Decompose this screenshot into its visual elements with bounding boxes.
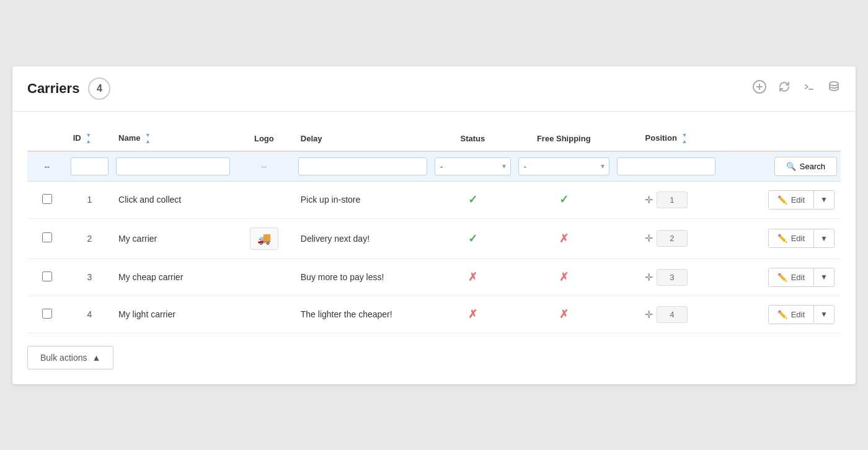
row-position: ✛ xyxy=(613,181,719,218)
row-checkbox-2[interactable] xyxy=(42,271,52,281)
row-delay: Delivery next day! xyxy=(294,218,431,258)
logo-image: 🚚 xyxy=(250,227,278,250)
search-icon: 🔍 xyxy=(786,162,796,171)
edit-label: Edit xyxy=(791,195,805,205)
row-status: ✓ xyxy=(431,181,515,218)
row-name: My light carrier xyxy=(112,296,234,333)
row-logo: 🚚 xyxy=(234,218,294,258)
edit-button-group: ✏️ Edit ▼ xyxy=(768,305,835,324)
truck-icon: 🚚 xyxy=(257,232,271,245)
drag-handle-icon[interactable]: ✛ xyxy=(645,271,653,283)
th-id[interactable]: ID ▼ ▲ xyxy=(67,126,112,151)
table-row: 1Click and collectPick up in-store✓✓ ✛ ✏… xyxy=(27,181,841,218)
th-actions xyxy=(719,126,841,151)
filter-freeship-cell: - Yes No xyxy=(515,151,613,182)
drag-handle-icon[interactable]: ✛ xyxy=(645,232,653,244)
row-logo xyxy=(234,181,294,218)
refresh-icon[interactable] xyxy=(777,80,791,97)
position-input[interactable] xyxy=(657,230,688,247)
row-free-shipping: ✗ xyxy=(515,258,613,296)
edit-dropdown-button[interactable]: ▼ xyxy=(813,268,834,286)
edit-button-group: ✏️ Edit ▼ xyxy=(768,268,835,287)
filter-position-input[interactable] xyxy=(617,157,715,175)
row-position: ✛ xyxy=(613,258,719,296)
row-name: My carrier xyxy=(112,218,234,258)
row-position: ✛ xyxy=(613,218,719,258)
filter-name-input[interactable] xyxy=(116,157,230,175)
th-status: Status xyxy=(431,126,515,151)
position-input[interactable] xyxy=(657,192,688,208)
id-sort-icons: ▼ ▲ xyxy=(86,133,91,144)
edit-dropdown-button[interactable]: ▼ xyxy=(813,191,834,208)
edit-label: Edit xyxy=(791,310,805,319)
add-icon[interactable] xyxy=(753,80,766,97)
edit-button[interactable]: ✏️ Edit xyxy=(769,268,813,286)
table-row: 2My carrier🚚Delivery next day!✓✗ ✛ ✏️ Ed… xyxy=(27,218,841,258)
row-free-shipping: ✗ xyxy=(515,218,613,258)
filter-id-cell xyxy=(67,151,112,182)
row-name: Click and collect xyxy=(112,181,234,218)
th-name[interactable]: Name ▼ ▲ xyxy=(112,126,234,151)
filter-logo-cell: -- xyxy=(234,151,294,182)
edit-button[interactable]: ✏️ Edit xyxy=(769,229,813,247)
row-status: ✗ xyxy=(431,296,515,333)
row-checkbox-0[interactable] xyxy=(42,194,52,204)
filter-id-input[interactable] xyxy=(71,157,108,175)
edit-dropdown-button[interactable]: ▼ xyxy=(813,230,834,247)
filter-status-cell: - Enabled Disabled xyxy=(431,151,515,182)
row-id: 1 xyxy=(67,181,112,218)
filter-freeship-select[interactable]: - Yes No xyxy=(518,157,609,175)
status-disabled-icon: ✗ xyxy=(468,308,477,320)
position-input[interactable] xyxy=(657,306,688,323)
freeship-disabled-icon: ✗ xyxy=(559,308,569,320)
row-name: My cheap carrier xyxy=(112,258,234,296)
header-left: Carriers 4 xyxy=(27,77,110,100)
row-status: ✓ xyxy=(431,218,515,258)
search-label: Search xyxy=(800,162,825,171)
row-free-shipping: ✓ xyxy=(515,181,613,218)
freeship-disabled-icon: ✗ xyxy=(559,271,569,283)
row-status: ✗ xyxy=(431,258,515,296)
carriers-count-badge: 4 xyxy=(88,77,110,100)
card-body: ID ▼ ▲ Name ▼ ▲ Logo Delay xyxy=(12,112,856,384)
filter-freeship-wrapper: - Yes No xyxy=(518,157,609,175)
filter-status-select[interactable]: - Enabled Disabled xyxy=(435,157,511,175)
name-sort-icons: ▼ ▲ xyxy=(145,133,151,144)
status-disabled-icon: ✗ xyxy=(468,271,477,283)
row-id: 4 xyxy=(67,296,112,333)
edit-button[interactable]: ✏️ Edit xyxy=(769,306,813,324)
edit-button-group: ✏️ Edit ▼ xyxy=(768,190,835,210)
th-position[interactable]: Position ▼ ▲ xyxy=(613,126,719,151)
row-position: ✛ xyxy=(613,296,719,333)
row-checkbox-1[interactable] xyxy=(42,232,52,242)
row-logo xyxy=(234,296,294,333)
drag-handle-icon[interactable]: ✛ xyxy=(645,309,653,320)
th-logo: Logo xyxy=(234,126,294,151)
edit-button[interactable]: ✏️ Edit xyxy=(769,191,813,209)
drag-handle-icon[interactable]: ✛ xyxy=(645,194,653,206)
status-enabled-icon: ✓ xyxy=(468,232,477,245)
pencil-icon: ✏️ xyxy=(777,310,787,319)
filter-checkbox-cell xyxy=(27,151,67,182)
table-header-row: ID ▼ ▲ Name ▼ ▲ Logo Delay xyxy=(27,126,841,151)
freeship-disabled-icon: ✗ xyxy=(559,232,569,245)
row-checkbox-3[interactable] xyxy=(42,309,52,319)
filter-row: -- - Enabled Disabled xyxy=(27,151,841,182)
position-input[interactable] xyxy=(657,269,688,286)
table-row: 3My cheap carrierBuy more to pay less!✗✗… xyxy=(27,258,841,296)
row-checkbox-cell xyxy=(27,181,67,218)
search-button[interactable]: 🔍 Search xyxy=(774,157,837,176)
edit-button-group: ✏️ Edit ▼ xyxy=(768,229,835,248)
row-actions: ✏️ Edit ▼ xyxy=(719,218,841,258)
terminal-icon[interactable] xyxy=(802,80,816,97)
edit-dropdown-button[interactable]: ▼ xyxy=(813,306,834,323)
row-delay: Buy more to pay less! xyxy=(294,258,431,296)
bulk-actions-button[interactable]: Bulk actions ▲ xyxy=(27,346,113,369)
pencil-icon: ✏️ xyxy=(777,234,787,243)
filter-delay-input[interactable] xyxy=(298,157,427,175)
card-header: Carriers 4 xyxy=(12,66,856,112)
database-icon[interactable] xyxy=(827,80,841,97)
carriers-card: Carriers 4 xyxy=(12,66,856,384)
row-actions: ✏️ Edit ▼ xyxy=(719,258,841,296)
row-id: 3 xyxy=(67,258,112,296)
